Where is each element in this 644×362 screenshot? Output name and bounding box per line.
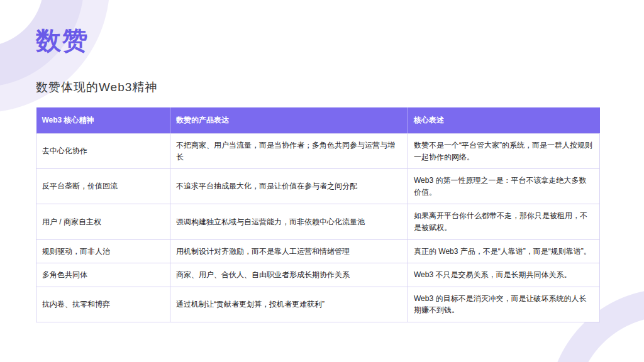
table-header-row: Web3 核心精神 数赞的产品表达 核心表述 [36, 107, 600, 134]
column-header-core-statement: 核心表述 [408, 107, 600, 134]
table-row: 去中心化协作 不把商家、用户当流量，而是当协作者；多角色共同参与运营与增长 数赞… [36, 134, 600, 169]
slide: 数赞 数赞体现的Web3精神 Web3 核心精神 数赞的产品表达 核心表述 去中… [0, 0, 644, 322]
table-cell: Web3 不只是交易关系，而是长期共同体关系。 [408, 263, 600, 287]
table-cell: 商家、用户、合伙人、自由职业者形成长期协作关系 [170, 263, 408, 287]
table-cell: 反平台垄断，价值回流 [36, 169, 170, 204]
table-cell: 去中心化协作 [36, 134, 170, 169]
table-row: 抗内卷、抗零和博弈 通过机制让“贡献者更划算，投机者更难获利” Web3 的目标… [36, 287, 600, 322]
page-subtitle: 数赞体现的Web3精神 [0, 55, 644, 96]
table-cell: 如果离开平台你什么都带不走，那你只是被租用，不是被赋权。 [408, 204, 600, 239]
table-cell: 不追求平台抽成最大化，而是让价值在参与者之间分配 [170, 169, 408, 204]
table-row: 反平台垄断，价值回流 不追求平台抽成最大化，而是让价值在参与者之间分配 Web3… [36, 169, 600, 204]
table-cell: 真正的 Web3 产品，不是“人靠谱”，而是“规则靠谱”。 [408, 239, 600, 263]
table-cell: 规则驱动，而非人治 [36, 239, 170, 263]
table-cell: 用机制设计对齐激励，而不是靠人工运营和情绪管理 [170, 239, 408, 263]
table-cell: 强调构建独立私域与自运营能力，而非依赖中心化流量池 [170, 204, 408, 239]
table-cell: Web3 的第一性原理之一是：平台不该拿走绝大多数价值。 [408, 169, 600, 204]
table-cell: 通过机制让“贡献者更划算，投机者更难获利” [170, 287, 408, 322]
web3-spirit-table: Web3 核心精神 数赞的产品表达 核心表述 去中心化协作 不把商家、用户当流量… [36, 107, 600, 322]
page-title: 数赞 [0, 0, 644, 55]
table-cell: 数赞不是一个“平台管大家”的系统，而是一群人按规则一起协作的网络。 [408, 134, 600, 169]
table-row: 用户 / 商家自主权 强调构建独立私域与自运营能力，而非依赖中心化流量池 如果离… [36, 204, 600, 239]
table-row: 规则驱动，而非人治 用机制设计对齐激励，而不是靠人工运营和情绪管理 真正的 We… [36, 239, 600, 263]
table-cell: Web3 的目标不是消灭冲突，而是让破坏系统的人长期赚不到钱。 [408, 287, 600, 322]
column-header-product-expression: 数赞的产品表达 [170, 107, 408, 134]
column-header-core-spirit: Web3 核心精神 [36, 107, 170, 134]
table-cell: 抗内卷、抗零和博弈 [36, 287, 170, 322]
table-cell: 多角色共同体 [36, 263, 170, 287]
table-row: 多角色共同体 商家、用户、合伙人、自由职业者形成长期协作关系 Web3 不只是交… [36, 263, 600, 287]
table-cell: 不把商家、用户当流量，而是当协作者；多角色共同参与运营与增长 [170, 134, 408, 169]
table-cell: 用户 / 商家自主权 [36, 204, 170, 239]
